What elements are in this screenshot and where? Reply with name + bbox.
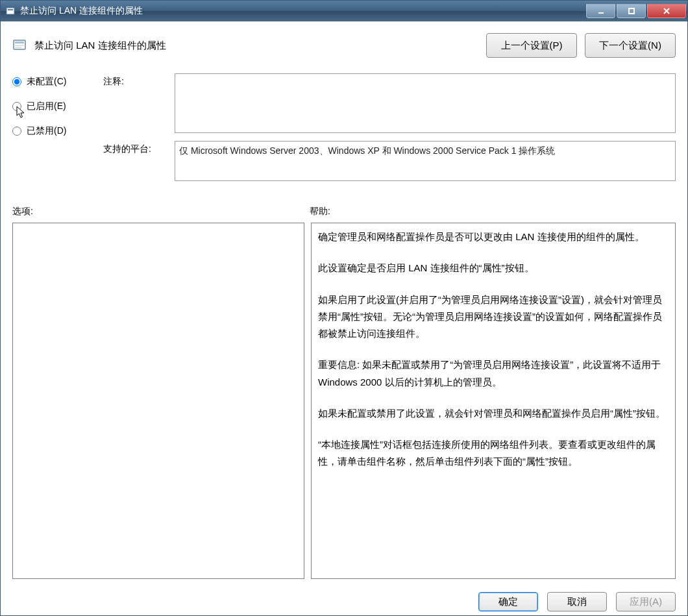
button-bar: 确定 取消 应用(A) <box>12 587 676 615</box>
radio-not-configured-label[interactable]: 未配置(C) <box>27 76 66 88</box>
window-title: 禁止访问 LAN 连接组件的属性 <box>20 5 585 17</box>
options-panel[interactable] <box>12 223 304 579</box>
help-paragraph: 如果未配置或禁用了此设置，就会针对管理员和网络配置操作员启用“属性”按钮。 <box>318 405 669 422</box>
fields-column: 注释: 支持的平台: <box>103 73 676 189</box>
radio-enabled-input[interactable] <box>12 102 21 111</box>
svg-rect-7 <box>15 42 24 43</box>
radio-enabled[interactable]: 已启用(E) <box>12 101 103 112</box>
radio-enabled-label[interactable]: 已启用(E) <box>27 101 66 112</box>
help-paragraph: 此设置确定是否启用 LAN 连接组件的“属性”按钮。 <box>318 260 669 277</box>
help-panel[interactable]: 确定管理员和网络配置操作员是否可以更改由 LAN 连接使用的组件的属性。此设置确… <box>311 223 676 579</box>
svg-rect-0 <box>6 8 14 14</box>
comment-label: 注释: <box>103 73 175 88</box>
radio-group: 未配置(C) 已启用(E) 已禁用(D) <box>12 73 103 137</box>
comment-input[interactable] <box>175 73 676 133</box>
panels-row: 确定管理员和网络配置操作员是否可以更改由 LAN 连接使用的组件的属性。此设置确… <box>12 223 676 579</box>
radio-disabled-input[interactable] <box>12 127 21 136</box>
app-icon <box>6 6 16 16</box>
header-row: 禁止访问 LAN 连接组件的属性 上一个设置(P) 下一个设置(N) <box>12 33 676 58</box>
help-paragraph: 重要信息: 如果未配置或禁用了“为管理员启用网络连接设置”，此设置将不适用于 W… <box>318 356 669 391</box>
policy-icon <box>12 38 28 53</box>
help-label: 帮助: <box>310 206 330 217</box>
platform-label: 支持的平台: <box>103 141 175 155</box>
dialog-window: 禁止访问 LAN 连接组件的属性 禁止访问 LAN <box>0 0 688 616</box>
panel-labels: 选项: 帮助: <box>12 206 676 217</box>
cancel-button[interactable]: 取消 <box>547 592 607 611</box>
help-paragraph: 如果启用了此设置(并启用了“为管理员启用网络连接设置”设置)，就会针对管理员禁用… <box>318 291 669 343</box>
radio-not-configured[interactable]: 未配置(C) <box>12 76 103 88</box>
minimize-button[interactable] <box>586 4 615 18</box>
svg-rect-9 <box>15 47 21 48</box>
radio-not-configured-input[interactable] <box>12 77 21 86</box>
next-setting-button[interactable]: 下一个设置(N) <box>585 33 676 58</box>
titlebar[interactable]: 禁止访问 LAN 连接组件的属性 <box>1 1 687 21</box>
comment-row: 注释: <box>103 73 676 133</box>
policy-title: 禁止访问 LAN 连接组件的属性 <box>34 40 478 52</box>
platform-text[interactable] <box>175 141 676 181</box>
svg-rect-1 <box>8 9 13 10</box>
maximize-button[interactable] <box>617 4 646 18</box>
client-area: 禁止访问 LAN 连接组件的属性 上一个设置(P) 下一个设置(N) 未配置(C… <box>1 21 687 615</box>
previous-setting-button[interactable]: 上一个设置(P) <box>486 33 577 58</box>
radio-disabled[interactable]: 已禁用(D) <box>12 125 103 137</box>
options-label: 选项: <box>12 206 310 217</box>
platform-row: 支持的平台: <box>103 141 676 181</box>
svg-rect-8 <box>15 45 24 46</box>
close-button[interactable] <box>647 4 686 18</box>
radio-disabled-label[interactable]: 已禁用(D) <box>27 125 66 137</box>
help-paragraph: 确定管理员和网络配置操作员是否可以更改由 LAN 连接使用的组件的属性。 <box>318 228 669 245</box>
svg-rect-3 <box>629 8 634 14</box>
help-paragraph: “本地连接属性”对话框包括连接所使用的网络组件列表。要查看或更改组件的属性，请单… <box>318 436 669 471</box>
config-row: 未配置(C) 已启用(E) 已禁用(D) 注释: <box>12 73 676 189</box>
apply-button: 应用(A) <box>616 592 676 611</box>
ok-button[interactable]: 确定 <box>478 592 538 611</box>
